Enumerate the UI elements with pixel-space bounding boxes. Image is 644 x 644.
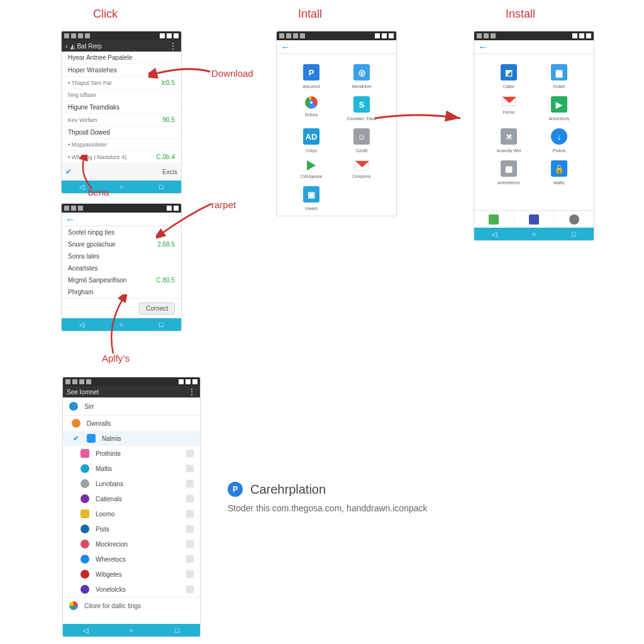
nav-recent-icon[interactable]: □	[570, 230, 577, 238]
sb-icon	[86, 379, 91, 384]
item-label: Catienals	[96, 496, 180, 502]
app-item[interactable]: ADCnigs	[288, 128, 335, 153]
tab-1[interactable]	[474, 211, 514, 228]
list-body: Sirr Dwnralls✔NalmisProthinteMaltisLunob…	[63, 397, 200, 624]
list-item[interactable]: Catienals	[63, 491, 200, 506]
app-item[interactable]: ⤧Acandly Wnl	[486, 128, 532, 153]
app-item[interactable]: ◩Caitsr	[486, 64, 532, 89]
list-item[interactable]: Wibgetes	[63, 567, 200, 582]
checkbox[interactable]	[186, 495, 194, 502]
list-item[interactable]: Maltis	[63, 461, 200, 476]
checkbox[interactable]	[186, 510, 194, 518]
sb-icon	[477, 33, 482, 38]
signal-icon	[160, 33, 165, 38]
checkbox[interactable]	[186, 450, 194, 457]
top-row[interactable]: Sirr	[63, 397, 200, 416]
list-item[interactable]: ✔Nalmis	[63, 431, 200, 446]
list-item[interactable]: Pists	[63, 521, 200, 536]
app-label: CWrigadee	[301, 174, 323, 179]
signal-icon	[179, 379, 184, 384]
list-row[interactable]: • Mopyaionleter	[62, 139, 181, 151]
app-item[interactable]: ◎Meralnhm	[338, 64, 385, 89]
app-item[interactable]: Ferne	[486, 96, 532, 121]
app-item[interactable]: ☺Gestll	[338, 128, 385, 153]
status-bar	[474, 31, 594, 40]
app-label: Cinrgnmx	[352, 174, 371, 179]
checkbox[interactable]	[186, 540, 194, 548]
check-icon: ✔	[72, 434, 80, 443]
item-label: Pists	[96, 526, 180, 533]
overflow-icon[interactable]: ⋮	[169, 41, 177, 51]
nav-home-icon[interactable]: ○	[118, 183, 125, 191]
battery-icon	[389, 33, 394, 38]
caption-icon: P	[228, 482, 243, 497]
list-row[interactable]: hing Idfaan	[62, 89, 181, 101]
back-icon[interactable]: ←	[478, 42, 488, 53]
nav-back-icon[interactable]: ◁	[491, 230, 497, 238]
tab-3[interactable]	[554, 211, 594, 228]
checkbox[interactable]	[186, 570, 194, 578]
app-item[interactable]: 🔒Mallly	[536, 160, 582, 185]
app-icon	[80, 525, 89, 533]
list-item[interactable]: Mockrecion	[63, 536, 200, 552]
list-item[interactable]: Prothinte	[63, 446, 200, 461]
list-item[interactable]: Wheretocs	[63, 552, 200, 567]
overflow-icon[interactable]: ⋮	[187, 387, 196, 397]
app-item[interactable]: ▣Hwent	[288, 186, 335, 211]
nav-recent-icon[interactable]: □	[158, 321, 164, 328]
nav-recent-icon[interactable]: □	[174, 626, 180, 634]
list-row[interactable]: Kev Wirfam90.5	[62, 114, 181, 126]
last-row[interactable]: Cilore for dallic tings	[63, 597, 200, 614]
nav-back-icon[interactable]: ◁	[82, 626, 89, 635]
nav-home-icon[interactable]: ○	[531, 230, 537, 238]
checkbox[interactable]	[186, 525, 194, 533]
connect-button[interactable]: Cornect	[139, 303, 175, 314]
list-item[interactable]: Vonelolcks	[63, 582, 200, 597]
app-grid: PAdconcd◎MeralnhmIhdhnsSCsowaer; EkuaADC…	[277, 54, 396, 216]
caption-subtitle: Stoder this com.thegosa.com, handdrawn.i…	[228, 503, 428, 513]
app-item[interactable]: Ihdhns	[288, 96, 335, 121]
nav-home-icon[interactable]: ○	[128, 626, 135, 634]
list-row[interactable]: Mrgmil SanpesrifisonC.80.5	[62, 274, 181, 286]
app-item[interactable]: Cinrgnmx	[338, 160, 385, 179]
list-item[interactable]: Loomo	[63, 506, 200, 521]
checkbox[interactable]	[186, 480, 194, 487]
back-icon[interactable]: ←	[280, 42, 291, 53]
list-item[interactable]: Dwnralls	[63, 416, 200, 431]
nav-recent-icon[interactable]: □	[158, 183, 164, 191]
back-icon[interactable]: ‹	[65, 42, 68, 50]
app-item[interactable]: ↓Plskns	[536, 128, 582, 153]
app-label: Dotlet	[553, 84, 565, 89]
app-item[interactable]: ▆Dotlet	[536, 64, 582, 89]
item-label: Prothinte	[96, 450, 180, 457]
sb-icon	[300, 33, 305, 38]
list-row[interactable]: Sonra lales	[62, 250, 181, 262]
check-icon: ✔	[65, 167, 72, 176]
app-label: Cnigs	[306, 148, 317, 153]
tab-2[interactable]	[514, 211, 555, 228]
back-icon[interactable]: ←	[65, 214, 75, 225]
item-label: Maltis	[96, 465, 180, 472]
list-row[interactable]: Aceartstes	[62, 262, 181, 274]
app-title: See Iomnet	[67, 389, 99, 396]
app-item[interactable]: PAdconcd	[288, 64, 335, 89]
checkbox[interactable]	[186, 586, 194, 593]
nav-back-icon[interactable]: ◁	[79, 321, 85, 329]
list-row[interactable]: Thpostl Dowed	[62, 126, 181, 139]
sb-icon	[279, 33, 284, 38]
sb-icon	[71, 33, 76, 38]
app-item[interactable]: ▦Anfnetieron	[486, 160, 532, 185]
app-item[interactable]: CWrigadee	[288, 160, 335, 179]
app-label: Caitsr	[503, 84, 514, 89]
app-item[interactable]: ▶Amorsboiy	[536, 96, 582, 121]
item-label: Nalmis	[102, 435, 194, 442]
app-icon	[72, 419, 80, 428]
app-icon	[80, 555, 89, 564]
checkbox[interactable]	[186, 555, 194, 563]
sb-icon	[64, 206, 69, 211]
sb-icon	[64, 33, 69, 38]
phone-4: See Iomnet ⋮ Sirr Dwnralls✔NalmisProthin…	[63, 377, 200, 636]
list-item[interactable]: Lunobans	[63, 476, 200, 491]
list-row[interactable]: Higune Teamdiaks	[62, 101, 181, 114]
checkbox[interactable]	[186, 465, 194, 472]
